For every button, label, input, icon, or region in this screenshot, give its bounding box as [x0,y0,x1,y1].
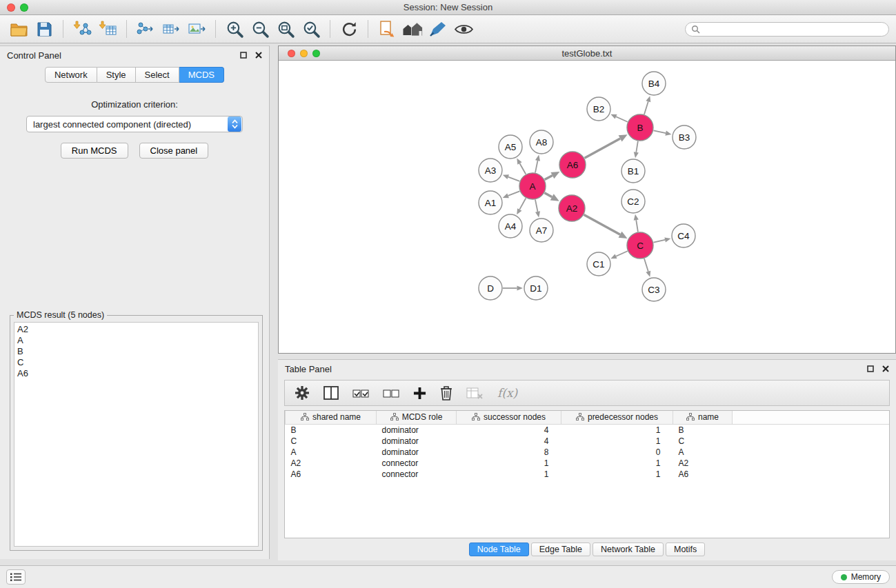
table-row[interactable]: Adominator80A [286,447,890,458]
node-B4[interactable]: B4 [642,72,666,95]
mcds-result-item[interactable]: A [17,335,255,346]
edge-A6-B[interactable] [585,139,621,158]
edge-A2-C[interactable] [584,215,620,235]
node-A8[interactable]: A8 [530,130,553,154]
export-image-button[interactable] [185,18,208,40]
task-history-button[interactable] [6,569,26,585]
mcds-result-item[interactable]: C [17,357,255,368]
zoom-out-button[interactable] [248,18,272,40]
node-B3[interactable]: B3 [673,125,696,149]
optimization-criterion-select[interactable]: largest connected component (directed) [26,116,243,132]
export-network-button[interactable] [134,18,157,40]
close-window-button[interactable] [7,3,15,12]
column-header-successor-nodes[interactable]: successor nodes [457,411,561,424]
node-D[interactable]: D [479,276,502,300]
open-session-button[interactable] [7,18,30,40]
tab-node-table[interactable]: Node Table [469,543,529,556]
close-panel-tab-button[interactable]: Close panel [139,143,209,159]
node-C4[interactable]: C4 [672,224,695,247]
table-row[interactable]: Bdominator41B [286,424,890,436]
edge-C-C4[interactable] [654,240,666,243]
node-A3[interactable]: A3 [479,159,502,182]
import-network-button[interactable] [70,18,94,40]
column-header-shared-name[interactable]: shared name [286,411,377,424]
style-brush-button[interactable] [426,18,450,40]
edge-B-B3[interactable] [654,130,666,133]
select-all-button[interactable] [352,386,369,400]
tab-edge-table[interactable]: Edge Table [531,543,590,556]
edge-A-A2[interactable] [544,193,552,197]
node-C1[interactable]: C1 [587,252,610,276]
close-panel-button[interactable] [255,52,262,59]
table-float-panel-button[interactable] [867,365,874,372]
column-header-MCDS-role[interactable]: MCDS role [377,411,457,424]
tab-network-table[interactable]: Network Table [593,543,664,556]
float-panel-button[interactable] [240,52,247,59]
edge-C-C1[interactable] [616,251,628,256]
import-table-button[interactable] [96,18,119,40]
share-document-button[interactable] [375,18,399,40]
frame-zoom-button[interactable] [312,50,320,57]
node-B2[interactable]: B2 [587,97,610,121]
node-C2[interactable]: C2 [621,190,645,213]
edge-A-A1[interactable] [508,191,520,196]
table-row[interactable]: A6connector11A6 [286,469,890,480]
table-row[interactable]: Cdominator41C [286,436,890,447]
edge-A-A5[interactable] [519,163,526,174]
mcds-result-item[interactable]: A6 [17,368,255,379]
zoom-window-button[interactable] [20,3,28,12]
node-A7[interactable]: A7 [530,219,553,242]
frame-close-button[interactable] [288,50,295,57]
edge-A-A4[interactable] [519,199,526,210]
node-A6[interactable]: A6 [559,152,586,178]
zoom-fit-button[interactable] [274,18,297,40]
frame-minimize-button[interactable] [300,50,308,57]
export-table-button[interactable] [159,18,183,40]
node-A1[interactable]: A1 [479,191,502,214]
column-header-predecessor-nodes[interactable]: predecessor nodes [561,411,673,424]
save-session-button[interactable] [32,18,56,40]
memory-button[interactable]: Memory [832,570,890,584]
table-close-panel-button[interactable] [882,365,889,372]
table-mode-button[interactable] [295,385,310,401]
node-C[interactable]: C [627,232,653,258]
deselect-all-button[interactable] [383,386,399,400]
edge-A-A8[interactable] [535,161,538,172]
tab-mcds[interactable]: MCDS [179,67,224,83]
edge-B-B1[interactable] [636,141,638,152]
node-A4[interactable]: A4 [499,214,522,238]
mcds-result-item[interactable]: B [17,346,255,357]
network-canvas[interactable]: B4B2BB3A5A8A6A3B1AC2A1A2A4A7C4CC1C3DD1 [279,61,895,353]
edge-A-A3[interactable] [508,177,520,181]
column-header-name[interactable]: name [673,411,733,424]
zoom-in-button[interactable] [223,18,246,40]
edge-C-C2[interactable] [636,220,638,232]
node-B[interactable]: B [627,114,653,141]
node-A5[interactable]: A5 [499,135,522,159]
delete-table-button[interactable] [466,386,484,400]
edge-B-B4[interactable] [644,101,648,114]
show-columns-button[interactable] [323,386,339,400]
node-D1[interactable]: D1 [524,276,548,300]
home-button[interactable] [401,18,424,40]
zoom-selected-button[interactable] [299,18,323,40]
tab-select[interactable]: Select [136,67,179,83]
delete-column-button[interactable] [440,385,452,401]
network-frame-titlebar[interactable]: testGlobe.txt [279,46,895,61]
table-row[interactable]: A2connector11A2 [286,458,890,469]
refresh-layout-button[interactable] [337,18,361,40]
run-mcds-button[interactable]: Run MCDS [61,143,128,159]
toolbar-search[interactable] [685,22,889,37]
toggle-graphics-button[interactable] [452,18,475,40]
tab-motifs[interactable]: Motifs [666,543,705,556]
add-column-button[interactable] [413,387,426,400]
node-C3[interactable]: C3 [642,278,666,301]
node-A[interactable]: A [519,173,546,199]
function-builder-button[interactable]: f(x) [497,386,517,400]
node-A2[interactable]: A2 [559,195,585,221]
search-input[interactable] [704,24,883,34]
mcds-result-item[interactable]: A2 [17,324,255,335]
edge-C-C3[interactable] [644,258,648,272]
node-B1[interactable]: B1 [621,159,645,183]
edge-A-A6[interactable] [545,176,552,180]
